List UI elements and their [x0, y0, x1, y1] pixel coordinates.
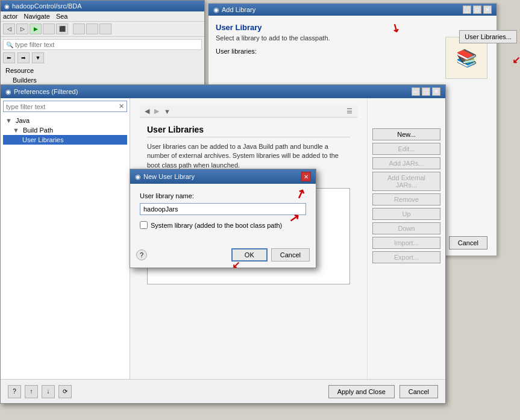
- java-expand-icon: ▼: [5, 117, 12, 124]
- new-btn[interactable]: New...: [372, 128, 440, 140]
- add-library-icon: ◉: [213, 6, 219, 14]
- dialog-close-btn[interactable]: ✕: [301, 172, 311, 181]
- pkg-btn-1[interactable]: ⬅: [3, 52, 15, 63]
- pref-cancel-btn[interactable]: Cancel: [399, 385, 438, 398]
- dialog-cancel-btn[interactable]: Cancel: [271, 248, 310, 262]
- toolbar-btn-7[interactable]: [99, 24, 111, 34]
- help-icon-btn[interactable]: ?: [8, 385, 21, 398]
- pref-description: User libraries can be added to a Java Bu…: [147, 142, 350, 170]
- toolbar-run-btn[interactable]: ▶: [30, 24, 42, 34]
- section-nav: ◀ ▶ ▼ ☰: [140, 105, 357, 118]
- toolbar-btn-3[interactable]: [43, 24, 55, 34]
- tree-build-path-label: Build Path: [23, 127, 53, 134]
- tree-user-libs[interactable]: User Libraries: [3, 135, 127, 145]
- eclipse-icon: ◉: [4, 3, 10, 10]
- menu-actor[interactable]: actor: [3, 13, 17, 20]
- pref-filter-input[interactable]: [6, 103, 119, 110]
- pref-minimize[interactable]: ─: [412, 87, 420, 96]
- dialog-help-btn[interactable]: ?: [136, 249, 147, 260]
- nav-fwd-icon[interactable]: ▶: [154, 107, 159, 115]
- toolbar-btn-2[interactable]: ▷: [16, 24, 28, 34]
- edit-btn[interactable]: Edit...: [372, 143, 440, 155]
- pref-close[interactable]: ✕: [432, 87, 440, 96]
- eclipse-title-bar: ◉ hadoopControl/src/BDA: [1, 1, 204, 11]
- nav-menu-icon[interactable]: ☰: [346, 107, 352, 115]
- build-path-expand-icon: ▼: [13, 127, 19, 134]
- system-lib-label: System library (added to the boot class …: [151, 222, 282, 229]
- export-btn[interactable]: Export...: [372, 251, 440, 263]
- package-filter-icon: 🔍: [6, 42, 13, 48]
- add-library-cancel-btn[interactable]: Cancel: [449, 236, 487, 249]
- pkg-btn-3[interactable]: ▼: [32, 52, 44, 63]
- add-library-title-text: Add Library: [222, 6, 255, 13]
- dialog-lib-name-label: User library name:: [140, 192, 306, 199]
- import-icon-btn[interactable]: ↓: [42, 385, 55, 398]
- toolbar-btn-5[interactable]: [73, 24, 85, 34]
- tree-user-libs-label: User Libraries: [22, 136, 63, 143]
- nav-down-icon[interactable]: ▼: [164, 108, 171, 115]
- dialog-lib-name-input[interactable]: [140, 203, 306, 215]
- user-libraries-btn[interactable]: User Libraries...: [459, 30, 517, 43]
- pref-sidebar: ✕ ▼ Java ▼ Build Path User Libraries: [1, 98, 130, 401]
- dialog-system-lib-row: System library (added to the boot class …: [140, 221, 306, 229]
- export-icon-btn[interactable]: ↑: [25, 385, 38, 398]
- dialog-body: User library name: System library (added…: [130, 184, 316, 245]
- apply-close-btn[interactable]: Apply and Close: [328, 385, 395, 398]
- tree-java-label: Java: [16, 117, 30, 124]
- tree-build-path[interactable]: ▼ Build Path: [3, 125, 127, 135]
- toolbar-btn-1[interactable]: ◁: [3, 24, 15, 34]
- add-ext-jars-btn[interactable]: Add External JARs...: [372, 172, 440, 191]
- add-library-cancel-area: Cancel: [449, 236, 487, 249]
- add-library-title-controls: _ □ ✕: [463, 5, 492, 14]
- down-btn[interactable]: Down: [372, 222, 440, 234]
- add-jars-btn[interactable]: Add JARs...: [372, 157, 440, 169]
- pref-bottom-bar: ? ↑ ↓ ⟳ Apply and Close Cancel: [1, 379, 445, 403]
- dialog-footer: ? OK Cancel: [130, 245, 316, 268]
- pref-icon: ◉: [5, 88, 11, 96]
- restore-icon-btn[interactable]: ⟳: [58, 385, 72, 398]
- package-filter-box: 🔍: [3, 39, 202, 50]
- new-user-lib-dialog: ◉ New User Library ✕ User library name: …: [130, 169, 316, 268]
- pref-maximize[interactable]: □: [422, 87, 430, 96]
- dialog-icon: ◉: [135, 173, 141, 181]
- pref-action-buttons: New... Edit... Add JARs... Add External …: [367, 98, 445, 401]
- add-lib-maximize[interactable]: □: [473, 5, 481, 14]
- pref-filter-box: ✕: [3, 101, 127, 112]
- pref-filter-clear[interactable]: ✕: [119, 102, 124, 110]
- dialog-title-bar: ◉ New User Library ✕: [130, 169, 316, 184]
- preferences-title-bar: ◉ Preferences (Filtered) ─ □ ✕: [1, 85, 445, 98]
- system-lib-checkbox[interactable]: [140, 221, 148, 229]
- tree-java[interactable]: ▼ Java: [3, 116, 127, 125]
- package-filter-input[interactable]: [15, 41, 199, 48]
- tree-builders[interactable]: Builders: [3, 75, 202, 85]
- pref-title-text: Preferences (Filtered): [14, 88, 78, 95]
- add-library-heading: User Library: [216, 23, 489, 32]
- eclipse-menu-bar: actor Navigate Sea: [1, 11, 204, 22]
- remove-btn[interactable]: Remove: [372, 193, 440, 205]
- pref-bottom-icons: ? ↑ ↓ ⟳: [8, 385, 72, 398]
- arrow-to-prefs: ↙: [512, 54, 520, 66]
- package-toolbar: ⬅ ➡ ▼: [3, 52, 202, 63]
- add-library-title-bar: ◉ Add Library _ □ ✕: [208, 4, 497, 16]
- pref-section-title: User Libraries: [147, 125, 350, 137]
- nav-back-icon[interactable]: ◀: [145, 107, 149, 115]
- menu-navigate[interactable]: Navigate: [23, 13, 49, 20]
- dialog-title-text: New User Library: [143, 173, 195, 180]
- dialog-action-buttons: OK Cancel: [231, 248, 310, 262]
- toolbar-btn-4[interactable]: ⬛: [56, 24, 68, 34]
- up-btn[interactable]: Up: [372, 208, 440, 220]
- toolbar-btn-6[interactable]: [86, 24, 98, 34]
- eclipse-toolbar: ◁ ▷ ▶ ⬛: [1, 22, 204, 37]
- user-libraries-btn-container: User Libraries...: [459, 30, 517, 43]
- pref-title-controls: ─ □ ✕: [412, 87, 440, 96]
- red-arrow-ok: ↙: [232, 259, 240, 271]
- import-btn[interactable]: Import...: [372, 237, 440, 249]
- menu-sea[interactable]: Sea: [56, 13, 68, 20]
- add-lib-minimize[interactable]: _: [463, 5, 471, 14]
- pkg-btn-2[interactable]: ➡: [17, 52, 30, 63]
- tree-resource[interactable]: Resource: [3, 66, 202, 75]
- eclipse-title-text: hadoopControl/src/BDA: [12, 2, 82, 10]
- add-lib-close[interactable]: ✕: [483, 5, 492, 14]
